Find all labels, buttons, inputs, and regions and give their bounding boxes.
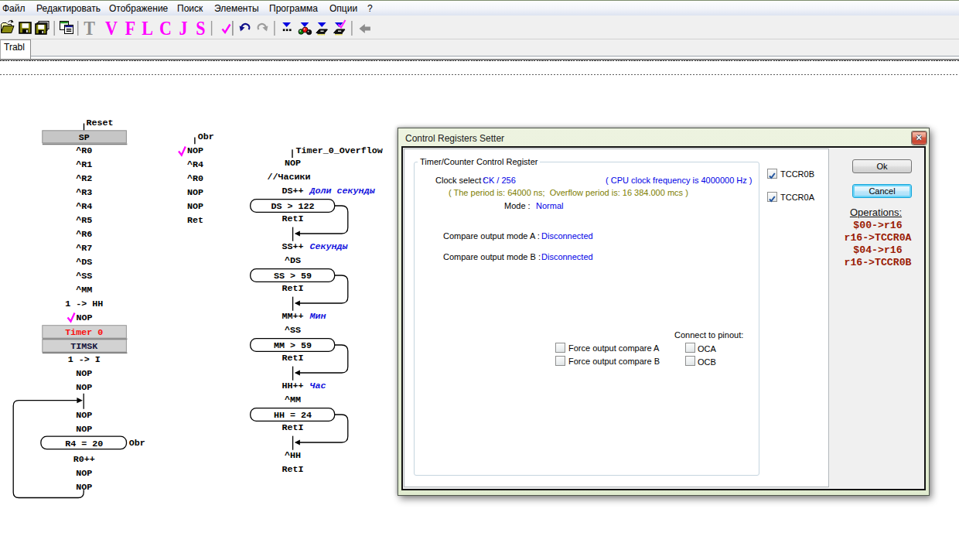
svg-text:RetI: RetI [282,283,303,294]
svg-text:^MM: ^MM [285,394,301,405]
svg-text:Секунды: Секунды [310,241,349,252]
svg-text:NOP: NOP [76,368,92,379]
svg-text:Ret: Ret [187,215,203,226]
svg-text:NOP: NOP [76,410,92,421]
svg-text:RetI: RetI [282,353,303,364]
svg-text:^R0: ^R0 [187,173,203,184]
svg-text:NOP: NOP [187,145,203,156]
svg-text:^R1: ^R1 [76,159,92,170]
svg-text:^SS: ^SS [76,271,92,282]
svg-text:NOP: NOP [76,382,92,393]
svg-text:^SS: ^SS [285,325,301,336]
svg-text:^R4: ^R4 [76,201,92,212]
svg-text:Timer_0_Overflow: Timer_0_Overflow [296,145,383,156]
svg-text:^R5: ^R5 [76,215,92,226]
svg-text:^DS: ^DS [76,257,92,268]
svg-text:^R2: ^R2 [76,173,92,184]
svg-text:Доли секунды: Доли секунды [309,186,376,196]
svg-text:NOP: NOP [187,187,203,198]
svg-text:NOP: NOP [77,312,93,323]
svg-text:^DS: ^DS [285,255,301,266]
svg-text:R4 = 20: R4 = 20 [65,439,103,449]
svg-text:Timer 0: Timer 0 [65,327,103,338]
svg-text:1 -> HH: 1 -> HH [65,299,103,309]
svg-text:NOP: NOP [76,424,92,435]
svg-text:^R6: ^R6 [76,229,92,240]
svg-text:SS++: SS++ [282,241,303,252]
svg-text:HH = 24: HH = 24 [274,410,312,421]
svg-text://Часики: //Часики [268,172,311,183]
svg-text:Obr: Obr [198,131,214,142]
svg-text:DS > 122: DS > 122 [271,201,314,212]
svg-text:^R4: ^R4 [187,159,203,170]
svg-text:MM++: MM++ [282,311,303,322]
svg-text:NOP: NOP [187,201,203,212]
svg-text:Мин: Мин [309,311,326,322]
svg-text:Obr: Obr [129,438,145,449]
svg-text:NOP: NOP [285,158,301,169]
svg-text:RetI: RetI [282,213,303,224]
svg-text:NOP: NOP [76,468,92,479]
svg-text:RetI: RetI [282,422,303,433]
svg-text:Reset: Reset [87,118,114,128]
svg-text:MM > 59: MM > 59 [274,340,312,351]
svg-text:^R3: ^R3 [76,187,92,198]
svg-text:TIMSK: TIMSK [70,341,98,352]
svg-text:1 -> I: 1 -> I [68,354,101,365]
svg-text:SS > 59: SS > 59 [274,271,312,282]
svg-text:RetI: RetI [282,464,303,475]
svg-text:^R0: ^R0 [76,145,92,156]
svg-text:^R7: ^R7 [76,243,92,254]
svg-text:Час: Час [310,381,326,391]
svg-text:NOP: NOP [76,482,92,493]
svg-text:^MM: ^MM [76,285,92,295]
svg-text:HH++: HH++ [282,381,303,391]
svg-text:R0++: R0++ [73,454,95,465]
svg-text:DS++: DS++ [282,186,303,196]
svg-text:^HH: ^HH [285,450,301,461]
svg-text:SP: SP [79,132,90,143]
